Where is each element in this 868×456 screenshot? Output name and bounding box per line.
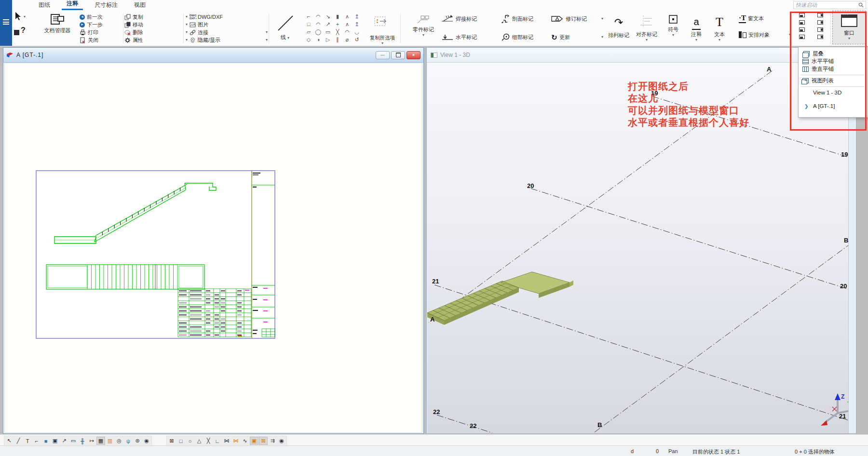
arrange-objects-button[interactable]: 安排对象 (739, 31, 770, 39)
update-button[interactable]: ↻ 更新 ▾ (551, 33, 603, 41)
revision-mark-button[interactable]: 修订标记 ▾ (551, 15, 603, 23)
menu-item-view-3d[interactable]: View 1 - 3D (799, 89, 868, 96)
previous-button[interactable]: ◂前一次 (80, 13, 103, 21)
sketch-shape-icon-14[interactable]: ▭ (326, 29, 330, 35)
arrange-left-icon[interactable] (799, 20, 805, 25)
snap-switch-5[interactable]: ∟ (213, 437, 222, 445)
section-mark-button[interactable]: 剖面标记 (502, 15, 533, 23)
arrange-right-icon[interactable] (817, 13, 823, 17)
snap-switch-9[interactable]: ▣ (250, 437, 258, 445)
tab-dimension[interactable]: 尺寸标注 (90, 0, 122, 10)
line-tool-icon[interactable] (277, 14, 294, 32)
snap-switch-11[interactable]: ⇉ (268, 437, 277, 445)
selection-switch-8[interactable]: ╫ (78, 437, 87, 445)
dwg-dxf-button[interactable]: ▾ DWGDXF+ DWG/DXF (186, 13, 223, 21)
menu-item-cascade[interactable]: 层叠 (799, 50, 868, 57)
snap-switch-1[interactable]: □ (176, 437, 185, 445)
detail-mark-button[interactable]: 细部标记 (502, 33, 533, 41)
delete-button[interactable]: 删除 (124, 28, 143, 36)
selection-switch-12[interactable]: ◎ (115, 437, 123, 445)
sketch-shape-icon-15[interactable]: ╳ (336, 29, 339, 35)
selection-switch-5[interactable]: ▣ (51, 437, 59, 445)
text-button[interactable]: T 文本▾ (708, 14, 731, 42)
sketch-shape-icon-4[interactable]: ∧ (345, 13, 349, 20)
sketch-shape-icon-3[interactable]: ▮ (336, 13, 339, 20)
next-button[interactable]: ▸下一步 (80, 21, 103, 28)
sketch-shape-icon-11[interactable]: ↥ (354, 21, 359, 27)
minimize-button[interactable]: — (376, 51, 390, 59)
selection-switch-9[interactable]: ↦ (87, 437, 96, 445)
sketch-shape-icon-22[interactable]: ⌀ (346, 37, 349, 43)
sketch-shape-icon-2[interactable]: ↘ (326, 13, 330, 20)
sketch-shape-icon-8[interactable]: ↗ (326, 21, 330, 27)
tab-view[interactable]: 视图 (129, 0, 150, 10)
arrange-marks-button[interactable]: ↷ 排列标记 (605, 14, 632, 39)
copy-selected-icon[interactable] (374, 16, 391, 28)
copy-button[interactable]: 复制 (124, 13, 143, 21)
arrange-v-icon[interactable] (817, 27, 823, 32)
sketch-shape-icon-5[interactable]: ↥ (354, 13, 359, 20)
selection-switch-4[interactable]: ■ (41, 437, 50, 445)
sketch-shape-icon-23[interactable]: ↺ (354, 37, 359, 43)
snap-switch-0[interactable]: ⊠ (167, 437, 176, 445)
close-window-button[interactable]: × (407, 51, 420, 59)
snap-switch-2[interactable]: ○ (186, 437, 194, 445)
symbol-button[interactable]: 符号▾ (662, 14, 684, 37)
snap-switch-7[interactable]: ⋈ (231, 437, 240, 445)
arrange-h-icon[interactable] (799, 27, 805, 32)
snap-switch-12[interactable]: ◉ (277, 437, 286, 445)
hide-show-button[interactable]: ▾ 隐藏/显示 ▾ (186, 36, 268, 44)
snap-switch-6[interactable]: ⋈ (222, 437, 231, 445)
note-button[interactable]: a 注释▾ (685, 14, 707, 42)
arrange-bottom-icon[interactable] (799, 13, 805, 17)
sketch-shape-icon-7[interactable]: ◠ (316, 21, 321, 27)
sketch-shape-icon-0[interactable]: ⌐ (307, 13, 310, 19)
picture-button[interactable]: ▾ 图片 (186, 21, 208, 28)
menu-item-tile-vertical[interactable]: 垂直平铺 (799, 65, 868, 73)
tab-annotate[interactable]: 注释 (62, 0, 83, 10)
window-text-button[interactable]: ·T 窗文本 (739, 14, 764, 22)
copy-selected-label[interactable]: 复制所选项▾ (364, 35, 401, 45)
selection-switch-15[interactable]: ◉ (142, 437, 151, 445)
sketch-shape-icon-20[interactable]: ▷ (326, 37, 330, 43)
level-mark-button[interactable]: 水平标记 (441, 33, 477, 41)
close-button[interactable]: 关闭 (80, 36, 98, 44)
sketch-shape-icon-13[interactable]: ◯ (315, 29, 321, 35)
arrange-cascade-icon[interactable] (799, 35, 805, 39)
sketch-shape-icon-18[interactable]: ◇ (307, 37, 311, 43)
selection-switch-13[interactable]: ψ (124, 437, 133, 445)
menu-item-tile-horizontal[interactable]: 水平平铺 (799, 57, 868, 65)
part-mark-button[interactable]: 零件标记▾ (409, 15, 437, 37)
selection-switch-3[interactable]: ⌐ (32, 437, 41, 445)
arrange-dropdown-caret[interactable]: ▾ (789, 33, 791, 37)
sketch-shape-icon-16[interactable]: ◠ (345, 29, 350, 35)
selection-switch-7[interactable]: ▭ (69, 437, 78, 445)
snap-switch-3[interactable]: △ (195, 437, 203, 445)
sketch-shape-icon-12[interactable]: ▱ (307, 29, 311, 35)
link-button[interactable]: ▾ 连接 ▾ (186, 28, 268, 36)
selection-switch-10[interactable]: ▦ (96, 437, 105, 445)
drawing-canvas[interactable] (4, 63, 422, 433)
snap-switch-4[interactable]: ╳ (204, 437, 213, 445)
sketch-shape-icon-21[interactable]: ∥ (336, 37, 339, 43)
selection-switch-1[interactable]: ╱ (14, 437, 23, 445)
move-button[interactable]: 移动 (124, 21, 143, 28)
selection-switch-11[interactable]: ▥ (106, 437, 114, 445)
menu-item-view-drawing[interactable]: ❯ A [GT-.1] (799, 101, 868, 111)
tab-drawing[interactable]: 图纸 (34, 0, 55, 10)
sketch-shape-icon-9[interactable]: + (336, 21, 339, 27)
quick-launch-search[interactable]: 快速启动 (793, 1, 866, 9)
sketch-shape-icon-1[interactable]: ◠ (316, 13, 321, 20)
align-marks-button[interactable]: 对齐标记▾ (633, 14, 660, 42)
arrange-tile-icon[interactable] (817, 35, 823, 39)
snap-switch-10[interactable]: ⊠ (259, 437, 268, 445)
weld-mark-button[interactable]: 焊接标记 (441, 15, 477, 23)
selection-switch-2[interactable]: T (23, 437, 32, 445)
selection-switch-0[interactable]: ↖ (5, 437, 14, 445)
menu-item-view-list[interactable]: 视图列表 (799, 77, 868, 84)
drawing-window-titlebar[interactable]: A [GT-.1] — × (3, 48, 423, 63)
model-window-titlebar[interactable]: View 1 - 3D (427, 48, 856, 63)
maximize-button[interactable] (391, 51, 405, 59)
doc-manager-button[interactable]: 文档管理器 (40, 13, 75, 34)
sketch-shape-icon-19[interactable]: ◑ (317, 37, 320, 42)
